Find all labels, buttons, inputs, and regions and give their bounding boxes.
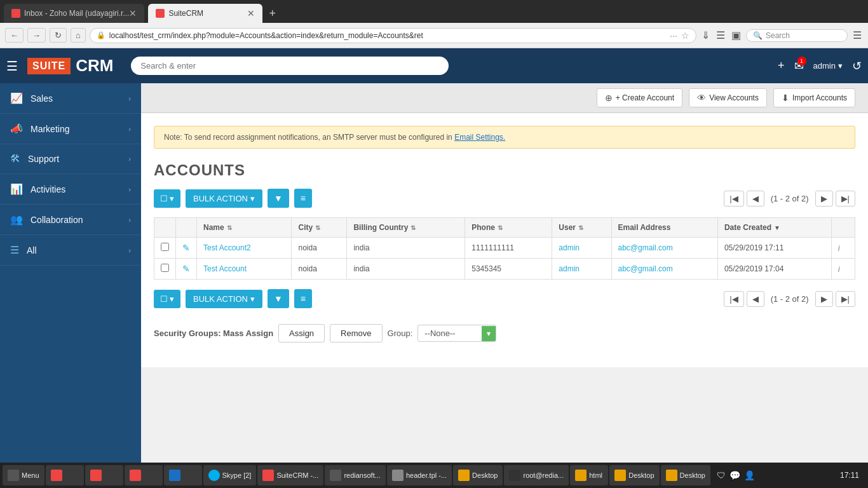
bottom-last-page-button[interactable]: ▶| [836,291,855,307]
th-user-label: User [559,223,576,232]
bottom-bulk-arrow-icon: ▾ [250,294,255,304]
account-user-link[interactable]: admin [559,243,580,252]
mail-icon[interactable]: ✉ 1 [794,59,804,73]
th-billing-country[interactable]: Billing Country ⇅ [347,218,465,238]
row-info-icon[interactable]: i [838,264,840,274]
next-page-button[interactable]: ▶ [815,191,833,207]
th-actions [831,218,855,238]
sg-group-text: Group: [388,329,413,338]
tab-zoho[interactable]: Inbox - Zoho Mail (udayagiri.r... ✕ [4,4,144,23]
sg-group-dropdown[interactable]: --None-- ▾ [417,325,496,342]
header-search[interactable] [131,57,449,75]
remove-button[interactable]: Remove [330,324,382,342]
add-icon[interactable]: + [778,59,785,72]
marketing-icon: 📣 [10,123,23,135]
sidebar-item-all[interactable]: ☰ All › [0,235,141,266]
bottom-select-checkbox-icon: ☐ [160,294,168,304]
hamburger-menu[interactable]: ☰ [6,58,18,74]
th-city[interactable]: City ⇅ [292,218,347,238]
forward-button[interactable]: → [27,28,46,43]
th-phone-sort-icon: ⇅ [498,224,503,231]
first-page-button[interactable]: |◀ [724,191,743,207]
view-toggle-button[interactable]: ≡ [294,189,312,208]
bookmark-icon[interactable]: ☆ [681,30,689,41]
sidebar: 📈 Sales › 📣 Marketing › 🛠 Support › 📊 Ac… [0,83,141,463]
library-icon[interactable]: ☰ [715,28,726,43]
user-menu[interactable]: admin ▾ [813,61,843,71]
table-row: ✎ Test Account2 noida india 1111111111 a… [154,238,855,259]
row-phone: 1111111111 [465,238,552,259]
select-dropdown-button[interactable]: ☐ ▾ [154,189,180,208]
sidebar-item-marketing[interactable]: 📣 Marketing › [0,114,141,144]
row-checkbox-cell [154,259,176,280]
row-info-icon[interactable]: i [838,243,840,253]
support-arrow-icon: › [128,155,131,163]
header-actions: + ✉ 1 admin ▾ ↺ [778,59,862,73]
prev-page-button[interactable]: ◀ [747,191,764,207]
th-phone[interactable]: Phone ⇅ [465,218,552,238]
main-content: ⊕ + Create Account 👁 View Accounts ⬇ Imp… [141,83,868,463]
th-billing-country-sort-icon: ⇅ [410,224,416,231]
th-user[interactable]: User ⇅ [552,218,611,238]
account-email-link[interactable]: abc@gmail.com [618,264,673,273]
account-name-link[interactable]: Test Account [203,264,247,273]
address-bar[interactable]: 🔒 localhost/test_crm/index.php?module=Ac… [90,28,696,43]
account-name-link[interactable]: Test Account2 [203,243,251,252]
tab-close-zoho[interactable]: ✕ [129,8,137,18]
bulk-action-button[interactable]: BULK ACTION ▾ [186,189,262,208]
logo-suite-text: SUITE [27,58,71,74]
th-user-sort-icon: ⇅ [578,224,583,231]
row-edit-icon[interactable]: ✎ [182,264,190,274]
row-checkbox[interactable] [161,264,169,272]
firefox-search-placeholder: Search [766,31,790,40]
bottom-next-page-button[interactable]: ▶ [815,291,833,307]
create-account-icon: ⊕ [605,93,613,103]
download-icon[interactable]: ⇓ [700,28,711,43]
firefox-search[interactable]: 🔍 Search [746,29,848,42]
back-button[interactable]: ← [5,28,24,43]
import-accounts-button[interactable]: ⬇ Import Accounts [773,88,855,107]
sidebar-item-support[interactable]: 🛠 Support › [0,144,141,174]
sidebar-label-marketing: Marketing [31,124,128,134]
sg-dropdown-arrow-icon[interactable]: ▾ [482,326,496,341]
bottom-filter-button[interactable]: ▼ [268,289,289,308]
th-date-created[interactable]: Date Created ▼ [717,218,831,238]
home-button[interactable]: ⌂ [71,28,86,43]
sidebar-item-activities[interactable]: 📊 Activities › [0,174,141,205]
sidebar-item-collaboration[interactable]: 👥 Collaboration › [0,205,141,235]
bottom-prev-page-button[interactable]: ◀ [747,291,764,307]
row-edit-icon[interactable]: ✎ [182,243,190,253]
bottom-first-page-button[interactable]: |◀ [724,291,743,307]
account-email-link[interactable]: abc@gmail.com [618,243,673,252]
address-text: localhost/test_crm/index.php?module=Acco… [109,31,665,40]
th-date-label: Date Created [724,223,771,232]
bottom-bulk-action-button[interactable]: BULK ACTION ▾ [186,290,262,308]
th-billing-country-label: Billing Country [353,223,408,232]
row-billing-country: india [347,259,465,280]
assign-button[interactable]: Assign [278,324,325,342]
row-city: noida [292,259,347,280]
tab-close-suite[interactable]: ✕ [247,8,255,18]
email-settings-link[interactable]: Email Settings. [454,133,505,142]
sidebar-item-sales[interactable]: 📈 Sales › [0,83,141,114]
menu-icon[interactable]: ☰ [851,28,863,43]
reload-button[interactable]: ↻ [50,28,67,43]
account-user-link[interactable]: admin [559,264,580,273]
view-accounts-button[interactable]: 👁 View Accounts [689,88,767,107]
sync-icon[interactable]: ▣ [730,28,742,43]
row-date-created: 05/29/2019 17:04 [717,259,831,280]
filter-button[interactable]: ▼ [268,189,289,208]
refresh-icon[interactable]: ↺ [852,59,862,73]
bottom-select-dropdown-button[interactable]: ☐ ▾ [154,290,180,308]
new-tab-button[interactable]: + [262,7,282,20]
row-name: Test Account2 [197,238,292,259]
row-checkbox[interactable] [161,243,169,251]
th-name[interactable]: Name ⇅ [197,218,292,238]
create-account-button[interactable]: ⊕ + Create Account [597,88,682,107]
tab-suitecrm[interactable]: SuiteCRM ✕ [148,4,262,23]
last-page-button[interactable]: ▶| [836,191,855,207]
address-options[interactable]: ··· [670,30,677,41]
bottom-view-toggle-button[interactable]: ≡ [294,289,312,308]
table-row: ✎ Test Account noida india 5345345 admin… [154,259,855,280]
header-search-input[interactable] [131,57,449,75]
